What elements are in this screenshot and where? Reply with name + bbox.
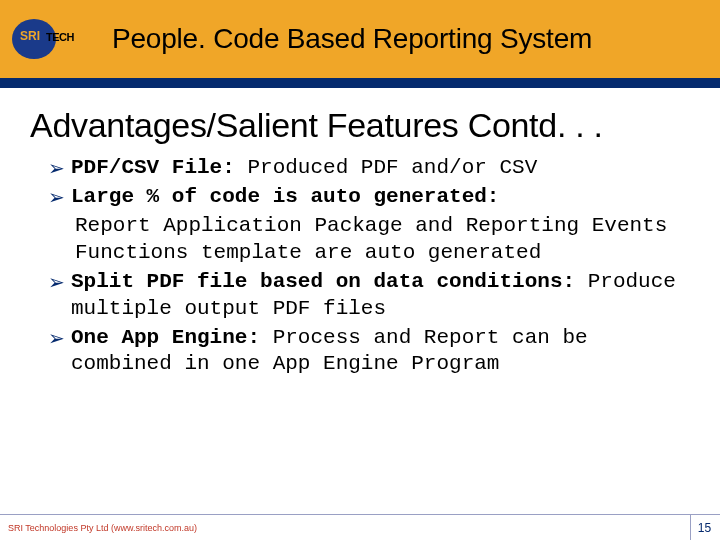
bullet-item: ➢ PDF/CSV File: Produced PDF and/or CSV xyxy=(48,155,682,182)
bullet-text: Large % of code is auto generated: xyxy=(71,184,682,211)
sub-text: Report Application Package and Reporting… xyxy=(48,213,682,267)
logo: SRI TECH xyxy=(12,17,82,61)
bullet-rest: Produced PDF and/or CSV xyxy=(235,156,537,179)
slide-title: People. Code Based Reporting System xyxy=(112,23,592,55)
bullet-lead: Split PDF file based on data conditions: xyxy=(71,270,575,293)
logo-sri-text: SRI xyxy=(20,29,40,43)
bullet-text: PDF/CSV File: Produced PDF and/or CSV xyxy=(71,155,682,182)
footer-text: SRI Technologies Pty Ltd (www.sritech.co… xyxy=(8,523,197,533)
bullet-lead: One App Engine: xyxy=(71,326,260,349)
blue-strip xyxy=(0,78,720,88)
logo-tech-text: TECH xyxy=(46,31,74,43)
bullet-text: Split PDF file based on data conditions:… xyxy=(71,269,682,323)
chevron-right-icon: ➢ xyxy=(48,269,65,296)
chevron-right-icon: ➢ xyxy=(48,155,65,182)
bullet-text: One App Engine: Process and Report can b… xyxy=(71,325,682,379)
chevron-right-icon: ➢ xyxy=(48,184,65,211)
page-number: 15 xyxy=(690,515,712,540)
bullet-item: ➢ Split PDF file based on data condition… xyxy=(48,269,682,323)
slide: SRI TECH People. Code Based Reporting Sy… xyxy=(0,0,720,540)
footer: SRI Technologies Pty Ltd (www.sritech.co… xyxy=(0,514,720,540)
bullet-item: ➢ One App Engine: Process and Report can… xyxy=(48,325,682,379)
title-bar: SRI TECH People. Code Based Reporting Sy… xyxy=(0,0,720,78)
chevron-right-icon: ➢ xyxy=(48,325,65,352)
section-heading: Advantages/Salient Features Contd. . . xyxy=(0,88,720,151)
bullet-lead: Large % of code is auto generated: xyxy=(71,185,499,208)
content-area: ➢ PDF/CSV File: Produced PDF and/or CSV … xyxy=(0,151,720,378)
bullet-lead: PDF/CSV File: xyxy=(71,156,235,179)
bullet-item: ➢ Large % of code is auto generated: xyxy=(48,184,682,211)
